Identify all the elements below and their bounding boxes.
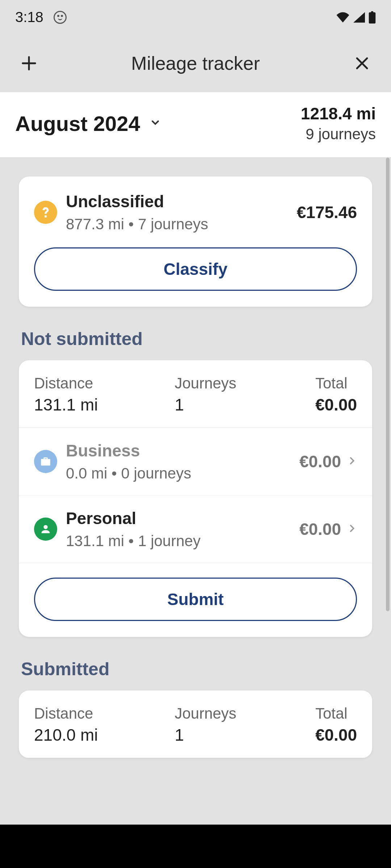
stats-value: 131.1 mi [34, 395, 175, 414]
month-selector[interactable]: August 2024 [15, 111, 161, 136]
add-button[interactable] [17, 52, 41, 75]
cellular-icon [353, 12, 365, 23]
not-submitted-card: Distance 131.1 mi Journeys 1 Total €0.00… [19, 360, 372, 637]
stats-value: €0.00 [315, 395, 357, 414]
category-sub: 0.0 mi • 0 journeys [66, 465, 299, 482]
unclassified-amount: €175.46 [297, 203, 357, 222]
section-heading-not-submitted: Not submitted [21, 328, 372, 349]
total-journeys: 9 journeys [301, 125, 376, 143]
face-notification-icon [54, 11, 67, 24]
app-topbar: Mileage tracker [0, 34, 391, 92]
close-button[interactable] [350, 52, 374, 75]
svg-rect-1 [371, 11, 373, 13]
section-heading-submitted: Submitted [21, 659, 372, 680]
stats-value: 210.0 mi [34, 725, 175, 745]
stats-value: €0.00 [315, 725, 357, 745]
system-nav-bar [0, 825, 391, 868]
stats-label: Total [315, 375, 357, 392]
category-sub: 131.1 mi • 1 journey [66, 532, 299, 550]
content-scroll[interactable]: Unclassified 877.3 mi • 7 journeys €175.… [0, 158, 391, 825]
category-row-personal[interactable]: Personal 131.1 mi • 1 journey €0.00 [19, 495, 372, 563]
wifi-icon [336, 12, 350, 23]
status-time: 3:18 [15, 9, 43, 25]
month-label: August 2024 [15, 111, 140, 136]
classify-button[interactable]: Classify [34, 247, 357, 291]
month-summary-bar: August 2024 1218.4 mi 9 journeys [0, 92, 391, 158]
submitted-stats: Distance 210.0 mi Journeys 1 Total €0.00 [19, 690, 372, 758]
total-distance: 1218.4 mi [301, 104, 376, 123]
svg-rect-0 [369, 12, 376, 24]
unclassified-title: Unclassified [66, 192, 297, 211]
chevron-down-icon [150, 117, 161, 130]
stats-value: 1 [175, 395, 315, 414]
question-icon [34, 201, 57, 224]
scrollbar-indicator[interactable] [386, 158, 390, 611]
stats-label: Distance [34, 375, 175, 392]
status-bar: 3:18 [0, 0, 391, 34]
submitted-card: Distance 210.0 mi Journeys 1 Total €0.00 [19, 690, 372, 758]
category-title: Personal [66, 509, 299, 528]
chevron-right-icon [347, 456, 357, 467]
battery-icon [369, 11, 376, 24]
person-icon [34, 518, 57, 541]
stats-value: 1 [175, 725, 315, 745]
briefcase-icon [34, 450, 57, 473]
stats-label: Journeys [175, 375, 315, 392]
chevron-right-icon [347, 523, 357, 535]
category-amount: €0.00 [299, 452, 341, 471]
stats-label: Total [315, 705, 357, 722]
unclassified-card: Unclassified 877.3 mi • 7 journeys €175.… [19, 176, 372, 307]
stats-label: Distance [34, 705, 175, 722]
unclassified-sub: 877.3 mi • 7 journeys [66, 216, 297, 233]
category-title: Business [66, 441, 299, 460]
stats-label: Journeys [175, 705, 315, 722]
submit-button[interactable]: Submit [34, 578, 357, 621]
category-amount: €0.00 [299, 519, 341, 539]
category-row-business[interactable]: Business 0.0 mi • 0 journeys €0.00 [19, 428, 372, 495]
not-submitted-stats: Distance 131.1 mi Journeys 1 Total €0.00 [19, 360, 372, 428]
page-title: Mileage tracker [131, 52, 260, 74]
